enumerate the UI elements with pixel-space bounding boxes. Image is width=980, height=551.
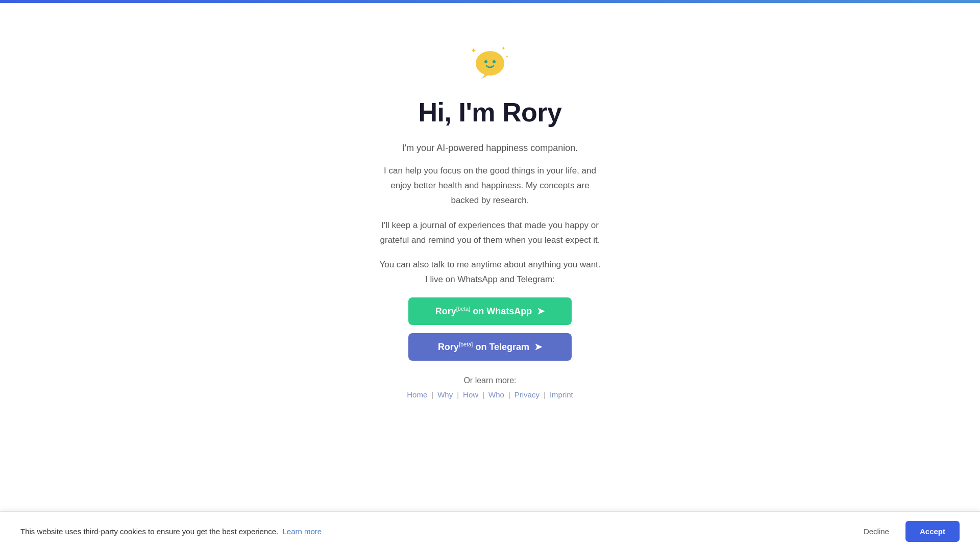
cookie-buttons: Decline Accept xyxy=(853,521,960,542)
page-title: Hi, I'm Rory xyxy=(419,97,562,128)
description-2: I'll keep a journal of experiences that … xyxy=(378,218,602,248)
svg-text:✦: ✦ xyxy=(501,45,505,51)
nav-why[interactable]: Why xyxy=(437,390,453,399)
telegram-label: Rory[beta] on Telegram xyxy=(438,341,529,353)
send-icon-whatsapp: ➤ xyxy=(537,306,545,317)
cookie-message: This website uses third-party cookies to… xyxy=(20,527,278,536)
decline-button[interactable]: Decline xyxy=(853,522,899,541)
cookie-text: This website uses third-party cookies to… xyxy=(20,527,853,536)
svg-point-5 xyxy=(493,60,496,63)
subtitle: I'm your AI-powered happiness companion. xyxy=(402,143,578,154)
description-3: You can also talk to me anytime about an… xyxy=(378,258,602,287)
cookie-learn-more[interactable]: Learn more xyxy=(282,527,322,536)
or-learn-text: Or learn more: xyxy=(463,376,516,385)
nav-links: Home | Why | How | Who | Privacy | Impri… xyxy=(407,390,573,399)
telegram-beta: [beta] xyxy=(459,341,473,347)
nav-imprint[interactable]: Imprint xyxy=(550,390,573,399)
whatsapp-button[interactable]: Rory[beta] on WhatsApp ➤ xyxy=(408,297,572,325)
svg-point-3 xyxy=(476,51,504,76)
send-icon-telegram: ➤ xyxy=(534,341,542,353)
svg-text:✦: ✦ xyxy=(505,55,509,59)
telegram-button[interactable]: Rory[beta] on Telegram ➤ xyxy=(408,333,572,361)
nav-how[interactable]: How xyxy=(463,390,478,399)
description-1: I can help you focus on the good things … xyxy=(378,164,602,208)
nav-who[interactable]: Who xyxy=(488,390,504,399)
cookie-banner: This website uses third-party cookies to… xyxy=(0,511,980,551)
whatsapp-label: Rory[beta] on WhatsApp xyxy=(435,306,532,317)
logo-container: ✦ ✦ ✦ xyxy=(470,44,510,87)
whatsapp-beta: [beta] xyxy=(456,306,471,312)
nav-home[interactable]: Home xyxy=(407,390,427,399)
main-content: ✦ ✦ ✦ Hi, I'm Rory I'm your AI-powered h… xyxy=(0,3,980,440)
svg-point-4 xyxy=(484,60,487,63)
rory-logo: ✦ ✦ ✦ xyxy=(470,44,510,85)
nav-privacy[interactable]: Privacy xyxy=(514,390,540,399)
svg-text:✦: ✦ xyxy=(471,46,477,55)
accept-button[interactable]: Accept xyxy=(905,521,960,542)
